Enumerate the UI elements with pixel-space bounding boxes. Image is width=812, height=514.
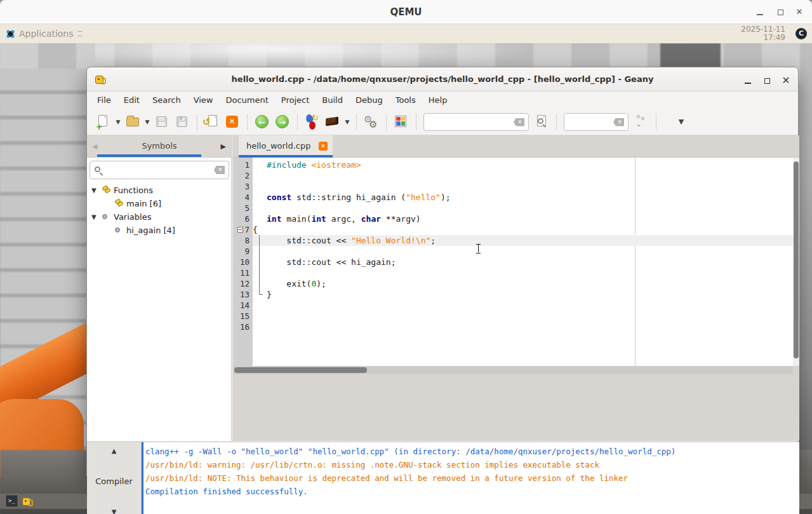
- menu-edit[interactable]: Edit: [117, 93, 146, 107]
- code-line-10[interactable]: 10 std::cout << hi_again;: [234, 257, 793, 267]
- goto-line-button[interactable]: ⌄: [633, 114, 649, 130]
- fold-margin: [253, 311, 267, 321]
- code-line-4[interactable]: 4const std::string hi_again ("hello");: [234, 192, 793, 203]
- variable-icon: [115, 227, 120, 233]
- compiler-message[interactable]: Compilation finished successfully.: [145, 485, 798, 498]
- tree-item-hi_again[interactable]: hi_again [4]: [87, 224, 231, 237]
- code-line-5[interactable]: 5: [234, 203, 793, 213]
- menu-document[interactable]: Document: [219, 93, 274, 107]
- compiler-message[interactable]: /usr/bin/ld: NOTE: This behaviour is dep…: [145, 471, 798, 485]
- code-text: exit(0);: [267, 278, 326, 289]
- fold-marker-line: [253, 267, 267, 278]
- toolbar-search-input[interactable]: ✕: [423, 113, 529, 131]
- vertical-scrollbar-thumb[interactable]: [794, 161, 799, 358]
- clear-symbols-search-icon[interactable]: ✕: [214, 166, 225, 174]
- fold-marker-open[interactable]: [237, 227, 243, 233]
- line-number: 8: [234, 235, 253, 246]
- open-file-button[interactable]: [124, 114, 141, 130]
- sidebar-tab-scroll-right-icon[interactable]: ▶: [221, 142, 226, 151]
- code-line-1[interactable]: 1#include <iostream>: [234, 159, 793, 170]
- expander-icon[interactable]: ▼: [91, 187, 97, 194]
- code-line-13[interactable]: 13}: [234, 289, 793, 300]
- geany-taskbar-icon[interactable]: [21, 495, 33, 507]
- menu-search[interactable]: Search: [146, 93, 187, 107]
- function-icon: [102, 186, 111, 194]
- compiler-output[interactable]: clang++ -g -Wall -o "hello_world" "hello…: [145, 445, 798, 498]
- fold-marker-line: [253, 257, 267, 267]
- expander-icon[interactable]: ▼: [91, 213, 97, 220]
- panel-clock[interactable]: 2025-11-11 17:49: [741, 25, 785, 42]
- clear-search-icon[interactable]: ✕: [514, 118, 524, 126]
- menu-project[interactable]: Project: [275, 93, 316, 107]
- code-editor[interactable]: 1#include <iostream>234const std::string…: [234, 158, 793, 366]
- goto-line-input[interactable]: ✕: [564, 113, 629, 131]
- menu-tools[interactable]: Tools: [389, 93, 422, 107]
- qemu-titlebar[interactable]: QEMU ✕: [0, 0, 812, 24]
- code-line-6[interactable]: 6int main(int argc, char **argv): [234, 213, 793, 224]
- find-button[interactable]: [533, 114, 550, 130]
- tree-item-variables[interactable]: ▼Variables: [87, 210, 231, 224]
- menu-file[interactable]: File: [91, 93, 117, 107]
- geany-titlebar[interactable]: hello_world.cpp - /data/home/qnxuser/pro…: [87, 67, 798, 91]
- symbols-search-input[interactable]: ✕: [90, 161, 229, 179]
- code-line-7[interactable]: 7{: [234, 224, 793, 235]
- revert-button[interactable]: ↺: [204, 114, 220, 130]
- compiler-message[interactable]: /usr/bin/ld: warning: /usr/lib/crtn.o: m…: [145, 458, 798, 471]
- menu-build[interactable]: Build: [316, 93, 349, 107]
- save-button[interactable]: [154, 114, 170, 130]
- compiler-message[interactable]: clang++ -g -Wall -o "hello_world" "hello…: [145, 445, 798, 458]
- geany-minimize-button[interactable]: [742, 74, 754, 85]
- code-line-14[interactable]: 14: [234, 300, 793, 311]
- message-tab-scroll-up-icon[interactable]: ▲: [87, 447, 141, 454]
- fold-margin: [253, 300, 267, 311]
- qemu-minimize-button[interactable]: [755, 8, 765, 18]
- code-line-12[interactable]: 12 exit(0);: [234, 278, 793, 289]
- applications-logo-icon[interactable]: [5, 29, 16, 39]
- menu-view[interactable]: View: [187, 93, 220, 107]
- color-chooser-button[interactable]: [393, 114, 409, 130]
- build-button[interactable]: [324, 114, 341, 130]
- panel-status-icon[interactable]: C: [795, 28, 807, 39]
- terminal-icon[interactable]: >_: [6, 495, 18, 507]
- applications-menu[interactable]: Applications: [19, 29, 74, 39]
- clear-goto-icon[interactable]: ✕: [613, 118, 624, 126]
- overflow-menu-button[interactable]: ▼: [677, 118, 685, 126]
- code-line-15[interactable]: 15: [234, 311, 793, 321]
- qemu-maximize-button[interactable]: [775, 8, 785, 18]
- compile-button[interactable]: ↻: [304, 114, 321, 130]
- menu-help[interactable]: Help: [422, 93, 454, 107]
- vertical-scrollbar[interactable]: [793, 158, 799, 366]
- code-text: std::cout << hi_again;: [267, 257, 396, 267]
- tab-hello-world-cpp[interactable]: hello_world.cpp ✕: [239, 135, 333, 158]
- menu-debug[interactable]: Debug: [349, 93, 389, 107]
- close-document-button[interactable]: ✕: [224, 114, 241, 130]
- run-button[interactable]: ⚙⚙: [363, 114, 380, 130]
- tab-compiler[interactable]: Compiler: [87, 477, 141, 486]
- tree-item-main[interactable]: main [6]: [87, 197, 231, 210]
- fold-marker-line: [253, 246, 267, 257]
- code-line-8[interactable]: 8 std::cout << "Hello World!\n";: [234, 235, 793, 246]
- wallpaper-vent: [660, 43, 721, 69]
- geany-window: hello_world.cpp - /data/home/qnxuser/pro…: [86, 67, 799, 477]
- horizontal-scrollbar[interactable]: [234, 366, 793, 374]
- code-line-11[interactable]: 11: [234, 267, 793, 278]
- geany-close-button[interactable]: ✕: [780, 74, 792, 85]
- save-all-button[interactable]: ▾: [174, 114, 190, 130]
- tab-close-icon[interactable]: ✕: [319, 142, 328, 151]
- qemu-close-button[interactable]: ✕: [794, 8, 804, 18]
- build-dropdown[interactable]: ▼: [343, 119, 351, 125]
- new-file-dropdown[interactable]: ▼: [114, 119, 122, 125]
- geany-maximize-button[interactable]: [761, 74, 773, 85]
- nav-forward-button[interactable]: →: [274, 114, 291, 130]
- code-line-9[interactable]: 9: [234, 246, 793, 257]
- message-tab-scroll-down-icon[interactable]: ▼: [87, 508, 141, 514]
- code-line-2[interactable]: 2: [234, 170, 793, 181]
- nav-back-button[interactable]: ←: [254, 114, 270, 130]
- new-file-button[interactable]: +: [95, 114, 112, 130]
- open-file-dropdown[interactable]: ▼: [143, 119, 151, 125]
- horizontal-scrollbar-thumb[interactable]: [234, 367, 367, 373]
- code-line-16[interactable]: 16: [234, 321, 793, 332]
- tree-item-functions[interactable]: ▼Functions: [87, 184, 231, 197]
- code-line-3[interactable]: 3: [234, 181, 793, 192]
- code-text: std::cout << "Hello World!\n";: [267, 235, 436, 246]
